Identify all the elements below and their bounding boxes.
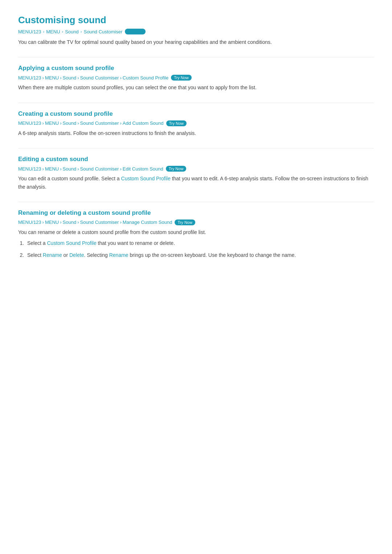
chevron-icon: ›	[62, 29, 64, 34]
list-item: Select Rename or Delete. Selecting Renam…	[25, 251, 374, 259]
step2-link-rename2[interactable]: Rename	[109, 252, 128, 258]
bc-sound-customiser: Sound Customiser	[80, 120, 119, 126]
chevron-icon: ›	[60, 166, 61, 172]
bc-menu123: MENU/123	[18, 166, 41, 172]
chevron-icon: ›	[120, 219, 121, 225]
chevron-icon: ›	[60, 120, 61, 126]
creating-breadcrumb: MENU/123 › MENU › Sound › Sound Customis…	[18, 120, 374, 126]
divider-2	[18, 103, 374, 103]
chevron-icon: ›	[120, 166, 121, 172]
chevron-icon: ›	[43, 29, 45, 34]
chevron-icon: ›	[42, 219, 44, 225]
try-now-badge-main[interactable]: Try Now	[125, 29, 146, 34]
section-applying: Applying a custom sound profile MENU/123…	[18, 65, 374, 91]
bc-menu123: MENU/123	[18, 75, 41, 81]
divider-4	[18, 202, 374, 202]
section-creating: Creating a custom sound profile MENU/123…	[18, 110, 374, 137]
bc-menu: MENU	[45, 75, 59, 81]
bc-sound-customiser: Sound Customiser	[80, 75, 119, 81]
bc-menu: MENU	[45, 219, 59, 225]
step2-link-rename[interactable]: Rename	[43, 252, 62, 258]
try-now-badge-creating[interactable]: Try Now	[166, 120, 187, 126]
breadcrumb-menu123: MENU/123	[18, 29, 41, 34]
bc-sound: Sound	[63, 120, 77, 126]
bc-sound-customiser: Sound Customiser	[80, 219, 119, 225]
chevron-icon: ›	[120, 120, 121, 126]
chevron-icon: ›	[42, 166, 44, 172]
try-now-badge-applying[interactable]: Try Now	[171, 75, 192, 81]
section-editing: Editing a custom sound MENU/123 › MENU ›…	[18, 156, 374, 191]
bc-custom-sound-profile: Custom Sound Profile	[123, 75, 168, 81]
editing-text-part1: You can edit a custom sound profile. Sel…	[18, 176, 121, 181]
chevron-icon: ›	[81, 29, 82, 34]
section-renaming-title: Renaming or deleting a custom sound prof…	[18, 209, 374, 217]
chevron-icon: ›	[77, 219, 79, 225]
step2-text-part3: brings up the on-screen keyboard. Use th…	[128, 252, 296, 258]
section-creating-title: Creating a custom sound profile	[18, 110, 374, 118]
try-now-badge-renaming[interactable]: Try Now	[175, 219, 195, 225]
breadcrumb-sound: Sound	[65, 29, 79, 34]
renaming-intro-text: You can rename or delete a custom sound …	[18, 228, 374, 236]
creating-text: A 6-step analysis starts. Follow the on-…	[18, 129, 374, 137]
applying-text: When there are multiple custom sound pro…	[18, 83, 374, 91]
editing-breadcrumb: MENU/123 › MENU › Sound › Sound Customis…	[18, 166, 374, 172]
breadcrumb-menu: MENU	[46, 29, 60, 34]
bc-sound: Sound	[63, 75, 77, 81]
try-now-badge-editing[interactable]: Try Now	[166, 166, 187, 172]
bc-sound: Sound	[63, 166, 77, 172]
chevron-icon: ›	[77, 120, 79, 126]
renaming-breadcrumb: MENU/123 › MENU › Sound › Sound Customis…	[18, 219, 374, 225]
section-applying-title: Applying a custom sound profile	[18, 65, 374, 72]
page-title: Customising sound	[18, 15, 374, 26]
step2-text-middle: or	[62, 252, 69, 258]
intro-text: You can calibrate the TV for optimal sou…	[18, 38, 374, 46]
editing-text: You can edit a custom sound profile. Sel…	[18, 175, 374, 191]
bc-menu123: MENU/123	[18, 120, 41, 126]
step2-text-part2: . Selecting	[84, 252, 109, 258]
step2-link-delete[interactable]: Delete	[69, 252, 84, 258]
breadcrumb-sound-customiser: Sound Customiser	[83, 29, 122, 34]
applying-breadcrumb: MENU/123 › MENU › Sound › Sound Customis…	[18, 75, 374, 81]
bc-add-custom-sound: Add Custom Sound	[123, 120, 164, 126]
step1-link-custom-sound-profile[interactable]: Custom Sound Profile	[47, 240, 96, 246]
chevron-icon: ›	[42, 120, 44, 126]
step2-text-part1: Select	[27, 252, 43, 258]
list-item: Select a Custom Sound Profile that you w…	[25, 239, 374, 247]
section-renaming: Renaming or deleting a custom sound prof…	[18, 209, 374, 259]
step1-text-part2: that you want to rename or delete.	[97, 240, 175, 246]
chevron-icon: ›	[77, 166, 79, 172]
chevron-icon: ›	[120, 75, 121, 81]
divider-1	[18, 57, 374, 57]
step1-text-part1: Select a	[27, 240, 47, 246]
bc-sound: Sound	[63, 219, 77, 225]
bc-menu: MENU	[45, 166, 59, 172]
main-breadcrumb: MENU/123 › MENU › Sound › Sound Customis…	[18, 29, 374, 34]
chevron-icon: ›	[60, 219, 61, 225]
chevron-icon: ›	[77, 75, 79, 81]
chevron-icon: ›	[60, 75, 61, 81]
bc-manage-custom-sound: Manage Custom Sound	[123, 219, 172, 225]
chevron-icon: ›	[42, 75, 44, 81]
bc-edit-custom-sound: Edit Custom Sound	[123, 166, 163, 172]
divider-3	[18, 148, 374, 148]
editing-link-custom-sound-profile[interactable]: Custom Sound Profile	[121, 176, 171, 181]
bc-menu: MENU	[45, 120, 59, 126]
bc-sound-customiser: Sound Customiser	[80, 166, 119, 172]
renaming-steps-list: Select a Custom Sound Profile that you w…	[25, 239, 374, 259]
section-editing-title: Editing a custom sound	[18, 156, 374, 163]
bc-menu123: MENU/123	[18, 219, 41, 225]
